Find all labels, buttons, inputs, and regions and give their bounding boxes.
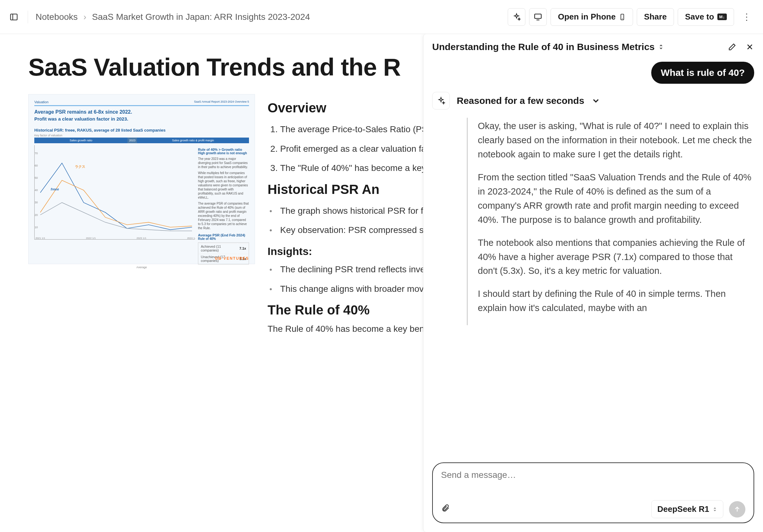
present-button[interactable]	[529, 8, 547, 26]
chevron-up-down-icon	[712, 507, 717, 512]
ai-sparkle-button[interactable]	[508, 8, 525, 26]
chart-side-p1: The year 2023 was a major diverging poin…	[198, 157, 249, 169]
topbar: Notebooks › SaaS Market Growth in Japan:…	[0, 0, 763, 34]
sparkle-icon	[437, 96, 445, 105]
chart-side-title: Rule of 40% > Growth ratio	[198, 148, 249, 152]
svg-text:60: 60	[35, 164, 38, 167]
svg-text:2022 1/1: 2022 1/1	[86, 237, 96, 240]
table-row: Achieved (11 companies)7.1x	[199, 243, 248, 253]
breadcrumb: Notebooks › SaaS Market Growth in Japan:…	[36, 12, 310, 22]
svg-text:20: 20	[35, 213, 38, 217]
open-in-phone-button[interactable]: Open in Phone	[551, 8, 633, 26]
chat-header: Understanding the Rule of 40 in Business…	[423, 34, 763, 58]
model-select[interactable]: DeepSeek R1	[651, 500, 723, 518]
share-button[interactable]: Share	[637, 8, 674, 26]
save-to-label: Save to	[685, 12, 714, 22]
chat-textarea[interactable]	[441, 470, 745, 494]
chart-side-panel: Rule of 40% > Growth ratio High growth a…	[198, 145, 249, 265]
chart-side-p3: The average PSR of companies that achiev…	[198, 201, 249, 230]
assistant-para: I should start by defining the Rule of 4…	[478, 287, 754, 315]
reasoned-icon-box	[432, 92, 450, 110]
monitor-icon	[533, 13, 542, 21]
svg-text:ラクス: ラクス	[75, 164, 85, 168]
assistant-para: The notebook also mentions that companie…	[478, 236, 754, 278]
arrow-up-icon	[733, 505, 741, 513]
chart-band-2: Sales growth ratio & profit margin	[137, 138, 249, 143]
chart-brand: UB VENTURES	[215, 256, 249, 261]
chevron-down-icon[interactable]	[591, 96, 600, 105]
rule40-table: Achieved (11 companies)7.1x Unachieved (…	[198, 242, 249, 265]
chart-hist-title: Historical PSR: freee, RAKUS, average of…	[34, 128, 249, 133]
phone-icon	[619, 14, 626, 21]
svg-text:50: 50	[35, 176, 38, 179]
chevron-right-icon: ›	[83, 12, 86, 22]
topbar-right: Open in Phone Share Save to M↓ ⋮	[508, 8, 755, 26]
sparkle-icon	[512, 13, 521, 21]
chart-source-page: SaaS Annual Report 2023-2024 Overview 5	[194, 100, 249, 104]
chat-input: DeepSeek R1	[432, 463, 754, 523]
svg-text:2021 1/1: 2021 1/1	[35, 237, 45, 240]
rule40-label: Rule of 40%	[198, 237, 249, 241]
user-message: What is rule of 40?	[651, 62, 754, 84]
chevron-up-down-icon[interactable]	[658, 44, 664, 50]
more-vertical-icon: ⋮	[742, 12, 751, 22]
assistant-para: Okay, the user is asking, "What is rule …	[478, 119, 754, 161]
close-icon[interactable]	[745, 43, 754, 51]
chart-avg-label: Average	[34, 266, 249, 269]
main: SaaS Valuation Trends and the R Valuatio…	[0, 34, 763, 532]
sidebar-toggle-button[interactable]	[8, 11, 20, 23]
share-label: Share	[644, 12, 667, 22]
more-menu-button[interactable]: ⋮	[738, 8, 755, 26]
attach-button[interactable]	[441, 504, 450, 515]
svg-text:2024 1/1: 2024 1/1	[187, 237, 195, 240]
svg-text:30: 30	[35, 201, 38, 204]
model-name: DeepSeek R1	[657, 504, 709, 514]
breadcrumb-root[interactable]: Notebooks	[36, 12, 78, 22]
embedded-chart[interactable]: Valuation SaaS Annual Report 2023-2024 O…	[28, 94, 255, 264]
send-button[interactable]	[729, 501, 745, 517]
chart-band-1: Sales growth ratio	[34, 138, 128, 143]
svg-rect-2	[535, 14, 541, 18]
assistant-message: Okay, the user is asking, "What is rule …	[467, 118, 754, 325]
chart-legend-label: Key factor of valuation	[34, 134, 249, 137]
save-to-button[interactable]: Save to M↓	[678, 8, 734, 26]
markdown-badge: M↓	[717, 14, 727, 20]
edit-icon[interactable]	[728, 43, 736, 51]
panel-left-icon	[9, 13, 18, 21]
breadcrumb-page[interactable]: SaaS Market Growth in Japan: ARR Insight…	[92, 12, 310, 22]
reasoned-row[interactable]: Reasoned for a few seconds	[432, 92, 754, 110]
svg-text:70: 70	[35, 152, 38, 155]
open-in-phone-label: Open in Phone	[558, 12, 615, 22]
svg-text:40: 40	[35, 188, 38, 192]
avg-psr-label: Average PSR (End Feb 2024)	[198, 233, 249, 237]
chart-plot: 102030405060702021 1/12022 1/12023 1/120…	[34, 145, 195, 240]
chart-side-sub: High growth alone is not enough	[198, 152, 249, 155]
topbar-left: Notebooks › SaaS Market Growth in Japan:…	[8, 11, 310, 23]
chart-caption-2: Profit was a clear valuation factor in 2…	[34, 116, 249, 122]
svg-rect-0	[11, 14, 17, 20]
paperclip-icon	[441, 504, 450, 512]
chat-panel: Understanding the Rule of 40 in Business…	[423, 34, 763, 532]
line-chart-svg: 102030405060702021 1/12022 1/12023 1/120…	[35, 145, 195, 240]
divider	[28, 11, 28, 23]
chart-side-p2: While multiples fell for companies that …	[198, 171, 249, 200]
reasoned-label: Reasoned for a few seconds	[457, 95, 584, 106]
chat-title: Understanding the Rule of 40 in Business…	[432, 42, 655, 52]
svg-text:2023 1/1: 2023 1/1	[137, 237, 147, 240]
chart-caption-1: Average PSR remains at 6-8x since 2022.	[34, 109, 249, 115]
chart-tab-label: Valuation	[34, 100, 49, 104]
chat-body[interactable]: What is rule of 40? Reasoned for a few s…	[423, 58, 763, 463]
assistant-para: From the section titled "SaaS Valuation …	[478, 170, 754, 227]
svg-text:freee: freee	[51, 187, 59, 191]
svg-text:10: 10	[35, 226, 38, 229]
